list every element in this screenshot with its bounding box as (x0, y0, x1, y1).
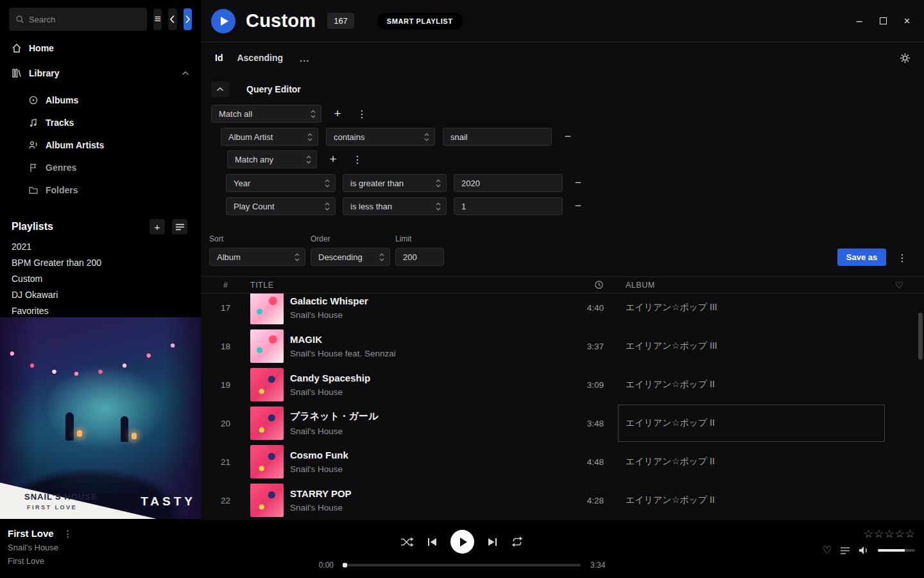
column-title[interactable]: TITLE (250, 281, 546, 290)
limit-field-group: Limit (395, 234, 444, 266)
seek-bar[interactable] (343, 564, 581, 566)
column-number[interactable]: # (201, 281, 250, 290)
art-brand-text: TASTY (141, 495, 196, 509)
sidebar-item-album-artists[interactable]: Album Artists (0, 134, 201, 156)
volume-slider[interactable] (878, 549, 915, 552)
star-icon[interactable]: ☆ (895, 529, 905, 539)
star-icon[interactable]: ☆ (884, 529, 894, 539)
minimize-button[interactable]: – (857, 16, 862, 26)
track-artist: Snail's House (290, 387, 546, 397)
rule-field-select[interactable]: Album Artist (221, 128, 318, 146)
track-thumbnail (250, 293, 284, 324)
settings-gear-icon[interactable] (900, 53, 911, 64)
repeat-button[interactable] (511, 536, 524, 547)
rule-value-input[interactable] (454, 174, 563, 192)
sidebar-item-tracks[interactable]: Tracks (0, 111, 201, 134)
table-row[interactable]: 19 Candy Spaceship Snail's House 3:09 エイ… (201, 365, 924, 404)
track-album-focused-cell[interactable]: エイリアン☆ポップ II (626, 404, 895, 442)
table-row[interactable]: 22 STARRY POP Snail's House 4:28 エイリアン☆ポ… (201, 481, 924, 520)
remove-rule-button[interactable]: − (570, 198, 586, 215)
rule-operator-select[interactable]: is greater than (343, 174, 447, 192)
playlist-item[interactable]: DJ Okawari (0, 287, 201, 303)
track-title: プラネット・ガール (290, 410, 546, 423)
next-track-button[interactable] (488, 538, 497, 547)
previous-track-button[interactable] (427, 538, 437, 547)
sort-select[interactable]: Album (209, 248, 305, 266)
now-playing-info: First Love ⋮ Snail's House First Love (8, 528, 73, 566)
track-text: Candy Spaceship Snail's House (290, 372, 546, 397)
hamburger-icon: ≡ (155, 13, 161, 26)
sort-direction-button[interactable]: Ascending (237, 53, 283, 63)
select-value: is greater than (350, 179, 404, 188)
duration-column-clock-icon[interactable] (594, 280, 604, 290)
favorite-column-heart-icon[interactable]: ♡ (895, 280, 924, 290)
track-artist: Snail's House (290, 426, 546, 436)
table-row[interactable]: 21 Cosmo Funk Snail's House 4:48 エイリアン☆ポ… (201, 442, 924, 481)
playlist-item[interactable]: BPM Greater than 200 (0, 255, 201, 271)
now-playing-art: SNAIL'S HOUSE FIRST LOVE TASTY (0, 317, 201, 519)
sidebar-item-library[interactable]: Library (0, 64, 201, 83)
play-pause-button[interactable] (450, 530, 474, 554)
add-rule-button[interactable]: + (329, 105, 346, 122)
close-button[interactable]: × (904, 16, 910, 26)
remove-rule-button[interactable]: − (570, 175, 586, 191)
seek-handle[interactable] (343, 563, 347, 568)
rule-field-select[interactable]: Play Count (226, 197, 336, 215)
match-mode-select[interactable]: Match all (211, 105, 321, 123)
query-editor-collapse-button[interactable] (211, 82, 229, 97)
rule-value-input[interactable] (443, 128, 552, 146)
now-playing-menu-button[interactable]: ⋮ (64, 529, 73, 539)
track-number: 19 (201, 380, 250, 390)
rule-operator-select[interactable]: contains (326, 128, 435, 146)
sidebar-item-label: Tracks (46, 118, 74, 128)
menu-button[interactable]: ≡ (153, 8, 162, 30)
nav-back-button[interactable] (168, 8, 176, 30)
page-header: Custom 167 SMART PLAYLIST – × (201, 0, 924, 42)
sidebar-item-home[interactable]: Home (0, 39, 201, 58)
sort-bar-menu-button[interactable]: ⋮ (894, 249, 911, 266)
star-icon[interactable]: ☆ (874, 529, 884, 539)
rule-group-menu-button[interactable]: ⋮ (349, 151, 366, 168)
table-row[interactable]: 18 MAGIK Snail's House feat. Sennzai 3:3… (201, 327, 924, 365)
playlist-item[interactable]: Custom (0, 271, 201, 287)
star-icon[interactable]: ☆ (905, 529, 915, 539)
sort-field-button[interactable]: Id (215, 53, 223, 63)
play-playlist-button[interactable] (211, 9, 235, 33)
save-as-button[interactable]: Save as (837, 249, 886, 266)
add-rule-button[interactable]: + (325, 151, 341, 168)
toolbar-more-button[interactable]: ... (300, 53, 310, 64)
shuffle-button[interactable] (400, 537, 414, 547)
nav-forward-button[interactable] (184, 8, 192, 30)
table-row[interactable]: 20 プラネット・ガール Snail's House 3:48 エイリアン☆ポッ… (201, 404, 924, 442)
flag-icon (28, 162, 38, 173)
track-artist: Snail's House (290, 503, 546, 512)
rule-value-input[interactable] (454, 197, 563, 215)
table-row[interactable]: 17 Galactic Whisper Snail's House 4:40 エ… (201, 293, 924, 327)
limit-input[interactable] (395, 248, 444, 266)
match-mode-select[interactable]: Match any (227, 150, 317, 168)
add-playlist-button[interactable]: + (150, 219, 165, 234)
order-select[interactable]: Descending (311, 248, 390, 266)
rule-group-root: Match all + ⋮ (211, 105, 911, 123)
sidebar-item-genres[interactable]: Genres (0, 156, 201, 179)
sort-toolbar: Id Ascending ... (201, 42, 924, 73)
star-icon[interactable]: ☆ (864, 529, 873, 539)
maximize-button[interactable] (880, 17, 887, 24)
remove-rule-button[interactable]: − (560, 128, 576, 145)
queue-icon[interactable] (840, 547, 850, 555)
search-input[interactable] (29, 15, 142, 24)
chevron-up-icon[interactable] (182, 71, 189, 76)
rule-group-menu-button[interactable]: ⋮ (354, 105, 370, 122)
playlist-list-button[interactable] (172, 219, 187, 234)
favorite-heart-icon[interactable]: ♡ (823, 545, 832, 556)
playlist-item[interactable]: 2021 (0, 239, 201, 255)
search-box[interactable] (9, 8, 147, 31)
scrollbar-thumb[interactable] (918, 313, 923, 360)
column-album[interactable]: ALBUM (626, 281, 895, 290)
volume-fill (878, 549, 905, 552)
rule-operator-select[interactable]: is less than (343, 197, 447, 215)
sidebar-item-albums[interactable]: Albums (0, 89, 201, 111)
volume-icon[interactable] (859, 546, 869, 555)
sidebar-item-folders[interactable]: Folders (0, 179, 201, 201)
rule-field-select[interactable]: Year (226, 174, 336, 192)
